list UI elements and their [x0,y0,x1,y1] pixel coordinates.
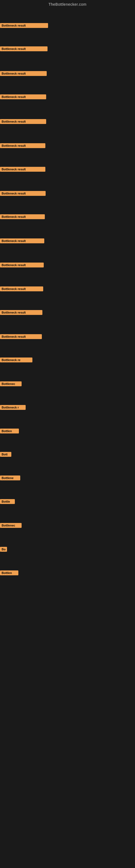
bottleneck-bar-5: Bottleneck result [0,119,46,124]
bottleneck-bar-22: Bottlenec [0,523,21,528]
bottleneck-bar-10: Bottleneck result [0,239,44,243]
bottleneck-bar-row-16: Bottlenec [0,381,21,388]
site-title: TheBottlenecker.com [0,0,135,8]
bottleneck-bar-row-19: Bott [0,452,11,458]
bottleneck-bar-1: Bottleneck result [0,23,48,28]
bottleneck-bar-row-23: Bo [0,547,7,553]
bottleneck-bar-row-5: Bottleneck result [0,119,46,125]
bottleneck-bar-row-15: Bottleneck re [0,358,32,364]
bottleneck-bar-12: Bottleneck result [0,286,43,291]
bottleneck-bar-row-13: Bottleneck result [0,310,42,316]
bottleneck-bar-21: Bottle [0,499,15,504]
bottleneck-bar-24: Bottlen [0,570,18,575]
bottleneck-bar-11: Bottleneck result [0,262,44,268]
bottleneck-bar-row-18: Bottlen [0,429,19,435]
bottleneck-bar-19: Bott [0,452,11,457]
bottleneck-bar-16: Bottlenec [0,381,21,386]
bottleneck-bar-3: Bottleneck result [0,71,47,76]
bottleneck-bar-2: Bottleneck result [0,46,48,51]
bottleneck-bar-23: Bo [0,547,7,552]
bottleneck-bar-row-10: Bottleneck result [0,239,44,244]
bottleneck-bar-7: Bottleneck result [0,167,45,172]
bottleneck-bar-18: Bottlen [0,429,19,433]
bottleneck-bar-row-2: Bottleneck result [0,46,48,52]
bottleneck-bar-14: Bottleneck result [0,334,42,339]
bottleneck-bar-row-14: Bottleneck result [0,334,42,340]
bottleneck-bar-4: Bottleneck result [0,94,46,99]
bottleneck-bar-row-7: Bottleneck result [0,167,45,173]
bottleneck-bar-17: Bottleneck r [0,405,26,410]
bottleneck-bar-9: Bottleneck result [0,214,45,219]
bottleneck-bar-20: Bottlene [0,475,20,480]
bottleneck-bar-row-9: Bottleneck result [0,214,45,220]
bottleneck-bar-row-11: Bottleneck result [0,262,44,269]
bottleneck-bar-row-1: Bottleneck result [0,23,48,29]
bottleneck-bar-row-4: Bottleneck result [0,94,46,100]
bottleneck-bar-row-6: Bottleneck result [0,143,45,149]
bottleneck-bar-row-22: Bottlenec [0,523,21,529]
bottleneck-bar-8: Bottleneck result [0,191,46,196]
bottleneck-bar-row-12: Bottleneck result [0,286,43,292]
bottleneck-bar-row-3: Bottleneck result [0,71,47,77]
bottleneck-bar-13: Bottleneck result [0,310,42,315]
bottleneck-bar-row-24: Bottlen [0,570,18,577]
bottleneck-bar-row-21: Bottle [0,499,15,505]
bottleneck-bar-row-20: Bottlene [0,475,20,482]
bottleneck-bar-row-8: Bottleneck result [0,191,46,197]
bottleneck-bar-15: Bottleneck re [0,358,32,362]
bottleneck-bar-6: Bottleneck result [0,143,45,148]
bottleneck-bar-row-17: Bottleneck r [0,405,26,411]
